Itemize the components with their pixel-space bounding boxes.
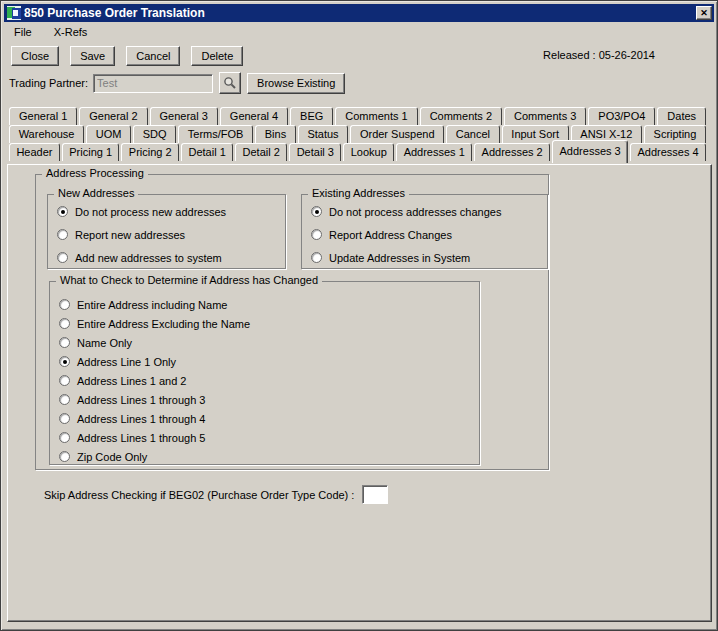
tab-page-addresses-3: Address Processing New Addresses Do not … — [7, 164, 712, 622]
radio-icon — [59, 394, 70, 405]
tab-detail-2[interactable]: Detail 2 — [235, 143, 287, 161]
tab-addresses-2[interactable]: Addresses 2 — [474, 143, 550, 161]
trading-partner-label: Trading Partner: — [9, 77, 88, 89]
radio-icon — [59, 337, 70, 348]
tab-pricing-1[interactable]: Pricing 1 — [62, 143, 120, 161]
radio-icon — [57, 229, 68, 240]
tab-row-3: Header Pricing 1 Pricing 2 Detail 1 Deta… — [9, 143, 706, 161]
tab-terms-fob[interactable]: Terms/FOB — [178, 125, 253, 143]
tab-warehouse[interactable]: Warehouse — [9, 125, 84, 143]
search-button[interactable] — [219, 72, 241, 94]
new-addresses-title: New Addresses — [54, 187, 138, 199]
tab-comments-2[interactable]: Comments 2 — [420, 107, 502, 125]
radio-entire-including-name[interactable]: Entire Address including Name — [50, 295, 479, 314]
delete-button[interactable]: Delete — [191, 46, 243, 66]
radio-report-address-changes[interactable]: Report Address Changes — [302, 223, 547, 246]
radio-do-not-process-changes[interactable]: Do not process addresses changes — [302, 200, 547, 223]
existing-addresses-title: Existing Addresses — [308, 187, 409, 199]
tab-bins[interactable]: Bins — [255, 125, 296, 143]
radio-label: Entire Address including Name — [77, 299, 227, 311]
tab-general-1[interactable]: General 1 — [9, 107, 77, 125]
tab-beg[interactable]: BEG — [290, 107, 333, 125]
radio-lines-1-through-4[interactable]: Address Lines 1 through 4 — [50, 409, 479, 428]
tab-dates[interactable]: Dates — [657, 107, 706, 125]
radio-zip-code-only[interactable]: Zip Code Only — [50, 447, 479, 466]
tab-cancel[interactable]: Cancel — [446, 125, 500, 143]
window-title: 850 Purchase Order Translation — [24, 6, 205, 20]
radio-label: Report Address Changes — [329, 229, 452, 241]
close-button[interactable]: Close — [11, 46, 59, 66]
tab-po3-po4[interactable]: PO3/PO4 — [588, 107, 655, 125]
radio-report-new[interactable]: Report new addresses — [48, 223, 285, 246]
radio-icon — [59, 356, 70, 367]
tab-header[interactable]: Header — [9, 143, 60, 161]
title-bar: 850 Purchase Order Translation ✕ — [4, 4, 714, 22]
radio-icon — [59, 375, 70, 386]
released-date-label: Released : 05-26-2014 — [543, 49, 655, 61]
tab-comments-1[interactable]: Comments 1 — [335, 107, 417, 125]
radio-label: Do not process new addresses — [75, 206, 226, 218]
browse-existing-button[interactable]: Browse Existing — [247, 73, 345, 94]
toolbar: Close Save Cancel Delete — [11, 45, 243, 67]
close-icon[interactable]: ✕ — [696, 6, 712, 20]
radio-add-new-to-system[interactable]: Add new addresses to system — [48, 246, 285, 269]
radio-label: Name Only — [77, 337, 132, 349]
skip-address-checking-label: Skip Address Checking if BEG02 (Purchase… — [44, 489, 354, 501]
radio-address-line-1-only[interactable]: Address Line 1 Only — [50, 352, 479, 371]
tab-status[interactable]: Status — [298, 125, 348, 143]
tab-detail-1[interactable]: Detail 1 — [181, 143, 233, 161]
existing-addresses-group: Existing Addresses Do not process addres… — [301, 194, 548, 269]
radio-update-addresses[interactable]: Update Addresses in System — [302, 246, 547, 269]
menu-file[interactable]: File — [11, 25, 35, 39]
tab-sdq[interactable]: SDQ — [133, 125, 176, 143]
save-button[interactable]: Save — [70, 46, 115, 66]
radio-icon — [57, 252, 68, 263]
radio-label: Add new addresses to system — [75, 252, 222, 264]
radio-entire-excluding-name[interactable]: Entire Address Excluding the Name — [50, 314, 479, 333]
tab-pricing-2[interactable]: Pricing 2 — [121, 143, 179, 161]
tab-addresses-3[interactable]: Addresses 3 — [552, 140, 628, 163]
tab-comments-3[interactable]: Comments 3 — [504, 107, 586, 125]
radio-lines-1-through-3[interactable]: Address Lines 1 through 3 — [50, 390, 479, 409]
tab-order-suspend[interactable]: Order Suspend — [350, 125, 444, 143]
skip-address-checking-input[interactable] — [362, 485, 388, 504]
radio-icon — [59, 413, 70, 424]
radio-label: Address Lines 1 through 5 — [77, 432, 205, 444]
radio-do-not-process-new[interactable]: Do not process new addresses — [48, 200, 285, 223]
radio-lines-1-through-5[interactable]: Address Lines 1 through 5 — [50, 428, 479, 447]
trading-partner-input[interactable] — [93, 74, 213, 93]
tab-general-2[interactable]: General 2 — [79, 107, 147, 125]
app-icon — [7, 6, 21, 20]
radio-label: Entire Address Excluding the Name — [77, 318, 250, 330]
tab-general-4[interactable]: General 4 — [220, 107, 288, 125]
radio-label: Report new addresses — [75, 229, 185, 241]
radio-icon — [57, 206, 68, 217]
skip-address-checking-row: Skip Address Checking if BEG02 (Purchase… — [44, 485, 388, 504]
radio-icon — [311, 252, 322, 263]
radio-icon — [59, 299, 70, 310]
tab-addresses-4[interactable]: Addresses 4 — [630, 143, 706, 161]
address-processing-title: Address Processing — [42, 167, 148, 179]
radio-label: Address Lines 1 through 4 — [77, 413, 205, 425]
tab-scripting[interactable]: Scripting — [644, 125, 706, 143]
cancel-button[interactable]: Cancel — [126, 46, 180, 66]
radio-lines-1-and-2[interactable]: Address Lines 1 and 2 — [50, 371, 479, 390]
tab-row-1: General 1 General 2 General 3 General 4 … — [9, 107, 706, 125]
radio-icon — [311, 229, 322, 240]
tab-uom[interactable]: UOM — [86, 125, 131, 143]
radio-icon — [311, 206, 322, 217]
address-processing-group: Address Processing New Addresses Do not … — [35, 174, 549, 470]
radio-label: Address Lines 1 and 2 — [77, 375, 186, 387]
tab-detail-3[interactable]: Detail 3 — [289, 143, 341, 161]
menu-xrefs[interactable]: X-Refs — [51, 25, 91, 39]
radio-label: Update Addresses in System — [329, 252, 470, 264]
radio-icon — [59, 432, 70, 443]
radio-icon — [59, 451, 70, 462]
new-addresses-group: New Addresses Do not process new address… — [47, 194, 286, 269]
tab-lookup[interactable]: Lookup — [343, 143, 394, 161]
tab-general-3[interactable]: General 3 — [150, 107, 218, 125]
tab-addresses-1[interactable]: Addresses 1 — [396, 143, 472, 161]
what-to-check-group: What to Check to Determine if Address ha… — [49, 281, 480, 465]
menu-bar: File X-Refs — [4, 23, 714, 40]
radio-name-only[interactable]: Name Only — [50, 333, 479, 352]
